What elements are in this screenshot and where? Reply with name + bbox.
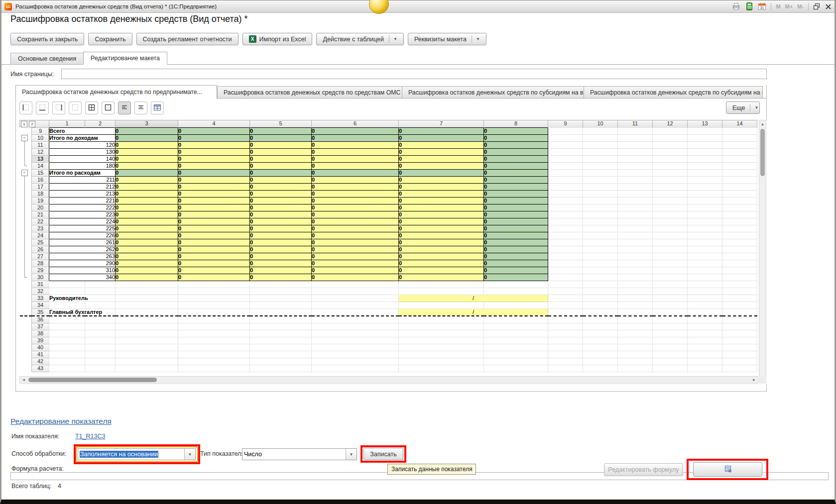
empty-cell[interactable] [178,295,250,302]
row-header[interactable]: 33 [32,295,49,302]
empty-cell[interactable] [178,302,250,308]
empty-cell[interactable] [722,323,757,330]
empty-cell[interactable] [583,365,618,372]
empty-cell[interactable] [653,253,688,260]
code-cell[interactable]: 180 [49,162,116,169]
value-cell[interactable]: 0 [178,127,250,134]
empty-cell[interactable] [653,295,688,302]
value-cell[interactable]: 0 [312,148,399,155]
empty-cell[interactable] [548,323,583,330]
empty-cell[interactable] [85,288,116,295]
value-cell[interactable]: 0 [250,204,312,211]
empty-cell[interactable] [618,337,653,344]
empty-cell[interactable] [116,358,178,365]
value-cell[interactable]: 0 [399,239,484,246]
empty-cell[interactable] [250,358,312,365]
empty-cell[interactable] [688,288,722,295]
value-cell[interactable]: 0 [178,239,250,246]
empty-cell[interactable] [49,358,85,365]
empty-cell[interactable] [548,162,583,169]
empty-cell[interactable] [722,127,757,134]
empty-cell[interactable] [178,316,250,323]
empty-cell[interactable] [653,337,688,344]
empty-cell[interactable] [653,344,688,351]
empty-cell[interactable] [484,302,548,308]
value-cell[interactable]: 0 [312,190,399,197]
column-header[interactable]: 2 [85,120,116,128]
empty-cell[interactable] [548,218,583,225]
value-cell[interactable]: 0 [484,155,548,162]
signature-label-cell[interactable]: Главный бухгалтер [49,308,116,316]
empty-cell[interactable] [85,302,116,308]
empty-cell[interactable] [618,239,653,246]
save-and-close-button[interactable]: Сохранить и закрыть [10,33,84,45]
empty-cell[interactable] [312,358,399,365]
column-header[interactable]: 6 [312,120,399,128]
row-header[interactable]: 10 [32,134,49,141]
value-cell[interactable]: 0 [250,127,312,134]
empty-cell[interactable] [583,308,618,316]
empty-cell[interactable] [653,232,688,239]
value-cell[interactable]: 0 [484,211,548,218]
row-header[interactable]: 29 [32,267,49,274]
value-cell[interactable]: 0 [399,225,484,232]
value-cell[interactable]: 0 [116,211,178,218]
empty-cell[interactable] [618,169,653,176]
code-cell[interactable]: 140 [49,155,116,162]
value-cell[interactable]: 0 [250,183,312,190]
empty-cell[interactable] [722,295,757,302]
empty-cell[interactable] [722,281,757,288]
empty-cell[interactable] [583,316,618,323]
empty-cell[interactable] [653,204,688,211]
empty-cell[interactable] [583,197,618,204]
indicator-data-button[interactable] [693,462,762,477]
empty-cell[interactable] [178,323,250,330]
empty-cell[interactable] [688,323,722,330]
close-window-icon[interactable] [825,3,832,10]
empty-cell[interactable] [312,351,399,358]
sheet-tab-entrepreneur[interactable]: Расшифровка остатков денежных средств по… [15,85,217,99]
restore-window-icon[interactable] [813,3,821,10]
empty-cell[interactable] [688,225,722,232]
value-cell[interactable]: 0 [312,162,399,169]
empty-cell[interactable] [583,267,618,274]
empty-cell[interactable] [583,176,618,183]
indicator-type-select[interactable]: Число ▼ [242,448,357,460]
empty-cell[interactable] [116,288,178,295]
empty-cell[interactable] [688,330,722,337]
value-cell[interactable]: 0 [484,274,548,281]
empty-cell[interactable] [688,232,722,239]
empty-cell[interactable] [583,162,618,169]
empty-cell[interactable] [583,253,618,260]
border-all-button[interactable] [85,101,98,114]
empty-cell[interactable] [688,211,722,218]
empty-cell[interactable] [688,176,722,183]
empty-cell[interactable] [653,288,688,295]
memory-m-plus-button[interactable]: M+ [785,3,793,9]
value-cell[interactable]: 0 [178,190,250,197]
empty-cell[interactable] [312,308,399,316]
empty-cell[interactable] [653,211,688,218]
value-cell[interactable]: 0 [484,253,548,260]
value-cell[interactable]: 0 [178,246,250,253]
empty-cell[interactable] [653,183,688,190]
empty-cell[interactable] [49,288,85,295]
value-cell[interactable]: 0 [312,176,399,183]
empty-cell[interactable] [178,344,250,351]
empty-cell[interactable] [722,302,757,308]
empty-cell[interactable] [653,134,688,141]
empty-cell[interactable] [688,351,722,358]
value-cell[interactable]: 0 [399,176,484,183]
column-header[interactable]: 14 [722,120,757,128]
empty-cell[interactable] [688,141,722,148]
row-header[interactable]: 18 [32,190,49,197]
empty-cell[interactable] [399,302,484,308]
value-cell[interactable]: 0 [484,141,548,148]
empty-cell[interactable] [688,253,722,260]
empty-cell[interactable] [548,316,583,323]
empty-cell[interactable] [722,260,757,267]
empty-cell[interactable] [618,365,653,372]
tab-layout-editing[interactable]: Редактирование макета [83,52,167,65]
empty-cell[interactable] [116,302,178,308]
empty-cell[interactable] [312,281,399,288]
